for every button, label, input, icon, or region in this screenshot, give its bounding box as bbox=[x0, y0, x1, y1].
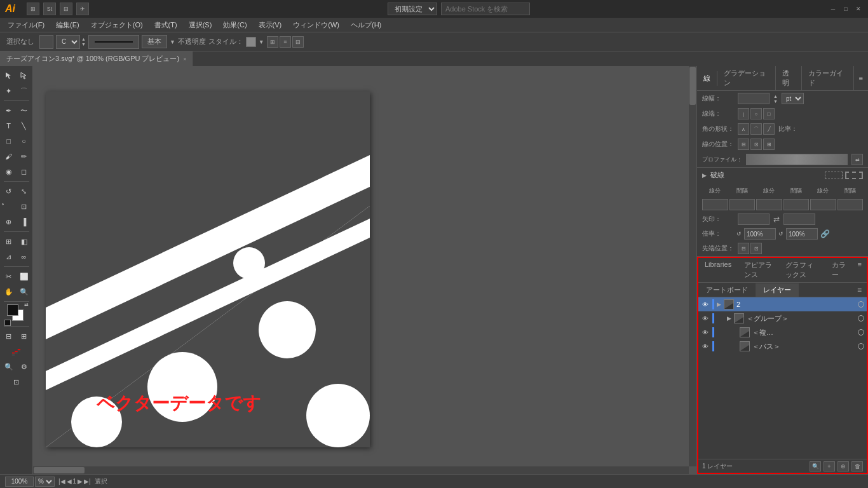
tab-gradient[interactable]: グラデーション bbox=[717, 66, 776, 90]
menu-object[interactable]: オブジェクト(O) bbox=[86, 19, 148, 31]
dash-input-4[interactable] bbox=[783, 199, 810, 210]
first-page-btn[interactable]: |◀ bbox=[58, 478, 65, 485]
win-close[interactable]: ✕ bbox=[854, 4, 863, 13]
tab-appearance[interactable]: アピアランス bbox=[738, 258, 779, 282]
eye-icon-3[interactable]: 👁 bbox=[701, 328, 710, 337]
draw-mode[interactable]: ⊟ bbox=[2, 329, 16, 343]
selection-tool[interactable] bbox=[2, 69, 16, 83]
panel-menu-icon[interactable]: ≡ bbox=[854, 72, 868, 85]
preset-select[interactable]: 初期設定 bbox=[388, 3, 437, 15]
style-swatch[interactable] bbox=[246, 37, 256, 47]
fill-swatch[interactable] bbox=[39, 35, 53, 49]
last-page-btn[interactable]: ▶| bbox=[84, 478, 91, 485]
search2-tool[interactable]: 🔍 bbox=[2, 360, 16, 374]
layer-target-4[interactable] bbox=[858, 343, 864, 349]
inside-align[interactable]: ⊡ bbox=[750, 139, 762, 150]
menu-select[interactable]: 選択(S) bbox=[184, 19, 217, 31]
free-transform-tool[interactable]: ⊡ bbox=[17, 200, 31, 214]
column-graph-tool[interactable]: ▐ bbox=[17, 215, 31, 229]
menu-view[interactable]: 表示(V) bbox=[254, 19, 287, 31]
symbol-tool[interactable]: ⊕ bbox=[2, 215, 16, 229]
square-cap[interactable]: □ bbox=[763, 108, 775, 119]
icon-btn-4[interactable]: ✈ bbox=[76, 3, 89, 15]
menu-window[interactable]: ウィンドウ(W) bbox=[288, 19, 344, 31]
layers-menu-icon[interactable]: ≡ bbox=[852, 283, 867, 297]
bottom-panel-menu[interactable]: ≡ bbox=[853, 258, 867, 282]
icon-btn-2[interactable]: St bbox=[43, 3, 56, 15]
layer-target-3[interactable] bbox=[858, 329, 864, 336]
canvas-area[interactable]: ベクターデータです bbox=[33, 66, 696, 474]
dash-input-1[interactable] bbox=[702, 199, 728, 210]
dash-input-5[interactable] bbox=[810, 199, 836, 210]
style-dropdown[interactable]: ▼ bbox=[259, 39, 264, 45]
zoom-input[interactable] bbox=[5, 477, 34, 487]
menu-file[interactable]: ファイル(F) bbox=[3, 19, 50, 31]
prev-page-btn[interactable]: ◀ bbox=[67, 478, 72, 485]
outside-align[interactable]: ⊞ bbox=[763, 139, 775, 150]
round-cap[interactable]: ○ bbox=[750, 108, 762, 119]
menu-effect[interactable]: 効果(C) bbox=[218, 19, 252, 31]
arrow-start[interactable] bbox=[738, 214, 770, 225]
eye-icon-4[interactable]: 👁 bbox=[701, 342, 710, 351]
line-tool[interactable]: ╲ bbox=[17, 119, 31, 133]
layer-item-group[interactable]: 👁 ▶ ＜グループ＞ bbox=[698, 311, 867, 325]
align-icon[interactable]: ⊞ bbox=[267, 36, 278, 48]
miter-join[interactable]: ∧ bbox=[738, 123, 749, 135]
center-align[interactable]: ⊟ bbox=[738, 139, 749, 150]
flip-icon[interactable]: ⇄ bbox=[851, 154, 863, 165]
mesh-tool[interactable]: ⊞ bbox=[2, 234, 16, 248]
start-pos-2[interactable]: ⊡ bbox=[750, 243, 762, 254]
zoom-select[interactable]: % bbox=[35, 477, 55, 487]
panel-toggle[interactable]: ⊡ bbox=[3, 375, 31, 389]
pencil-tool[interactable]: ✏ bbox=[17, 149, 31, 163]
stroke-style-badge[interactable]: 基本 bbox=[142, 35, 167, 48]
width-arrows[interactable]: ▲ ▼ bbox=[773, 94, 778, 104]
dashed-collapse[interactable]: ▶ bbox=[702, 172, 707, 179]
width-unit-select[interactable]: pt bbox=[782, 93, 804, 104]
icon-btn-1[interactable]: ⊞ bbox=[27, 3, 39, 15]
magic-wand-tool[interactable]: ✦ bbox=[2, 84, 16, 98]
stroke-width-select[interactable]: C bbox=[56, 35, 80, 49]
tab-stroke[interactable]: 線 bbox=[697, 71, 717, 86]
tab-close[interactable]: × bbox=[183, 56, 186, 62]
gradient-tool[interactable]: ◧ bbox=[17, 234, 31, 248]
default-colors[interactable] bbox=[4, 320, 11, 326]
distribute-icon[interactable]: ≡ bbox=[280, 36, 291, 48]
tab-color-guide[interactable]: カラーガイド bbox=[802, 66, 854, 90]
scissors-tool[interactable]: ✂ bbox=[2, 269, 16, 283]
stroke-dropdown[interactable]: ▼ bbox=[170, 39, 175, 45]
sublayer-btn[interactable]: ⊕ bbox=[837, 461, 849, 471]
eraser-tool[interactable]: ◻ bbox=[17, 165, 31, 179]
curvature-tool[interactable]: 〜 bbox=[17, 104, 31, 118]
dash-input-2[interactable] bbox=[729, 199, 756, 210]
warp-tool[interactable]: 〫 bbox=[2, 200, 16, 214]
direct-selection-tool[interactable] bbox=[17, 69, 31, 83]
eyedropper-tool[interactable]: ⊿ bbox=[2, 250, 16, 264]
tab-artboard[interactable]: アートボード bbox=[698, 283, 756, 297]
dash-icon-1[interactable] bbox=[825, 172, 843, 179]
stock-search-input[interactable] bbox=[441, 3, 530, 15]
zoom-tool[interactable]: 🔍 bbox=[17, 285, 31, 299]
dash-input-6[interactable] bbox=[837, 199, 864, 210]
butt-cap[interactable]: | bbox=[738, 108, 749, 119]
rotate-tool[interactable]: ↺ bbox=[2, 184, 16, 198]
link-icon[interactable]: 🔗 bbox=[820, 229, 830, 238]
screen-mode[interactable]: ⊞ bbox=[17, 329, 31, 343]
next-page-btn[interactable]: ▶ bbox=[78, 478, 83, 485]
start-pos-1[interactable]: ⊟ bbox=[738, 243, 749, 254]
stroke-width-input[interactable] bbox=[738, 93, 770, 104]
layer-item-path[interactable]: 👁 ＜パス＞ bbox=[698, 339, 867, 353]
blob-brush-tool[interactable]: ◉ bbox=[2, 165, 16, 179]
swap-colors[interactable]: ⇄ bbox=[24, 302, 29, 308]
tab-layers[interactable]: レイヤー bbox=[756, 283, 799, 297]
find-layer-btn[interactable]: 🔍 bbox=[810, 461, 821, 471]
layer-target-1[interactable] bbox=[858, 301, 864, 308]
menu-type[interactable]: 書式(T) bbox=[149, 19, 182, 31]
menu-edit[interactable]: 編集(E) bbox=[51, 19, 85, 31]
dash-input-3[interactable] bbox=[756, 199, 782, 210]
eraser2-tool[interactable]: ⬜ bbox=[17, 269, 31, 283]
tab-libraries[interactable]: Libraries bbox=[698, 258, 738, 282]
lasso-tool[interactable]: ⌒ bbox=[17, 84, 31, 98]
transform-icon[interactable]: ⊟ bbox=[292, 36, 304, 48]
hand-tool[interactable]: ✋ bbox=[2, 285, 16, 299]
